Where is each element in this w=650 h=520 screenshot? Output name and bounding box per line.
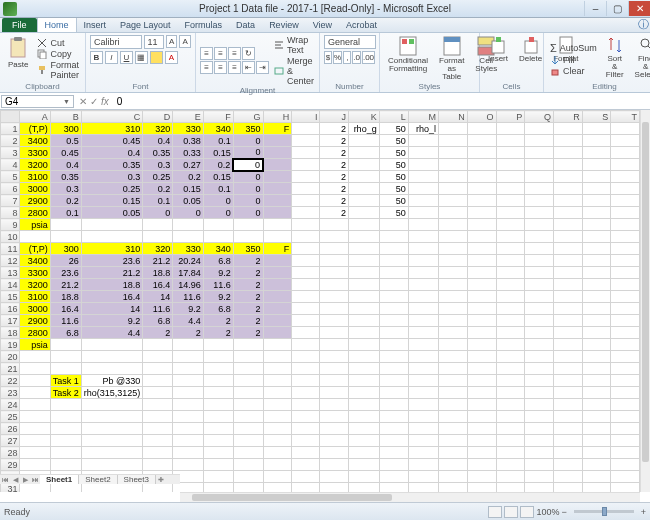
cell[interactable] [379, 387, 408, 399]
cell[interactable] [439, 183, 468, 195]
cell[interactable] [233, 363, 263, 375]
cell[interactable]: 21.2 [50, 279, 81, 291]
cell[interactable] [20, 435, 50, 447]
cell[interactable] [611, 291, 640, 303]
cell[interactable] [467, 363, 496, 375]
cell[interactable] [263, 399, 292, 411]
cell[interactable] [611, 123, 640, 135]
cell[interactable] [525, 279, 554, 291]
font-size-select[interactable]: 11 [144, 35, 164, 49]
cell[interactable] [203, 387, 233, 399]
cell[interactable] [81, 447, 143, 459]
cell[interactable] [263, 411, 292, 423]
cell[interactable] [553, 219, 582, 231]
cell[interactable]: 0.38 [173, 135, 204, 147]
cell[interactable] [292, 135, 320, 147]
cell[interactable]: 20.24 [173, 255, 204, 267]
cell[interactable] [81, 423, 143, 435]
cell[interactable] [467, 279, 496, 291]
cell[interactable]: 0 [233, 147, 263, 159]
cell[interactable] [439, 147, 468, 159]
wrap-text-button[interactable]: Wrap Text [272, 35, 316, 55]
align-middle-button[interactable]: ≡ [214, 47, 227, 60]
cell[interactable]: 2900 [20, 195, 50, 207]
cell[interactable] [292, 183, 320, 195]
cell[interactable] [292, 123, 320, 135]
cell[interactable] [439, 411, 468, 423]
cell[interactable] [379, 459, 408, 471]
cell[interactable] [496, 123, 525, 135]
cell[interactable] [467, 147, 496, 159]
cell[interactable] [553, 279, 582, 291]
cell[interactable]: 18.8 [50, 291, 81, 303]
cell[interactable] [553, 483, 582, 493]
cell[interactable] [263, 471, 292, 483]
tab-page-layout[interactable]: Page Layout [113, 18, 178, 32]
cell[interactable] [439, 423, 468, 435]
cell[interactable] [263, 435, 292, 447]
cell[interactable] [81, 435, 143, 447]
row-header[interactable]: 16 [1, 303, 20, 315]
cell[interactable] [320, 327, 349, 339]
cell[interactable]: 4.4 [173, 315, 204, 327]
cell[interactable] [320, 339, 349, 351]
cell[interactable]: 2 [320, 195, 349, 207]
cell[interactable] [349, 291, 380, 303]
cell[interactable] [439, 399, 468, 411]
cell[interactable] [233, 411, 263, 423]
cell[interactable] [143, 459, 173, 471]
cell[interactable] [349, 147, 380, 159]
cell[interactable] [496, 363, 525, 375]
cell[interactable]: 0.25 [81, 183, 143, 195]
comma-button[interactable]: , [343, 51, 351, 64]
cell[interactable]: 0.2 [173, 171, 204, 183]
cell[interactable] [320, 315, 349, 327]
cell[interactable] [611, 423, 640, 435]
cell[interactable]: 14 [143, 291, 173, 303]
cell[interactable] [582, 387, 611, 399]
cell[interactable] [349, 135, 380, 147]
cell[interactable] [50, 459, 81, 471]
cell[interactable] [525, 135, 554, 147]
row-header[interactable]: 10 [1, 231, 20, 243]
align-top-button[interactable]: ≡ [200, 47, 213, 60]
cell[interactable] [525, 303, 554, 315]
row-header[interactable]: 26 [1, 423, 20, 435]
row-header[interactable]: 12 [1, 255, 20, 267]
cell[interactable]: 0.5 [50, 135, 81, 147]
cell[interactable]: 50 [379, 195, 408, 207]
formula-input[interactable]: 0 [113, 96, 650, 107]
cell[interactable] [233, 399, 263, 411]
cell[interactable] [349, 219, 380, 231]
cell[interactable] [263, 447, 292, 459]
cell[interactable] [20, 459, 50, 471]
cell[interactable]: 3000 [20, 183, 50, 195]
cell[interactable]: 2 [320, 183, 349, 195]
cell[interactable]: 50 [379, 135, 408, 147]
cell[interactable] [553, 435, 582, 447]
cell[interactable] [553, 207, 582, 219]
cell[interactable] [263, 171, 292, 183]
cell[interactable] [467, 267, 496, 279]
cell[interactable] [408, 255, 438, 267]
row-header[interactable]: 5 [1, 171, 20, 183]
cell[interactable] [292, 351, 320, 363]
align-left-button[interactable]: ≡ [200, 61, 213, 74]
cell[interactable]: 0.35 [50, 171, 81, 183]
cell[interactable] [525, 267, 554, 279]
cell[interactable] [408, 243, 438, 255]
row-header[interactable]: 6 [1, 183, 20, 195]
cell[interactable] [582, 339, 611, 351]
cell[interactable] [292, 279, 320, 291]
cell[interactable]: 3000 [20, 303, 50, 315]
cell[interactable] [439, 363, 468, 375]
cell[interactable]: 0.15 [173, 183, 204, 195]
row-header[interactable]: 14 [1, 279, 20, 291]
cell[interactable]: 0.2 [50, 195, 81, 207]
cell[interactable] [143, 231, 173, 243]
cut-button[interactable]: Cut [35, 38, 81, 48]
cell[interactable] [379, 219, 408, 231]
col-header[interactable]: K [349, 111, 380, 123]
col-header[interactable]: T [611, 111, 640, 123]
cell[interactable] [611, 267, 640, 279]
